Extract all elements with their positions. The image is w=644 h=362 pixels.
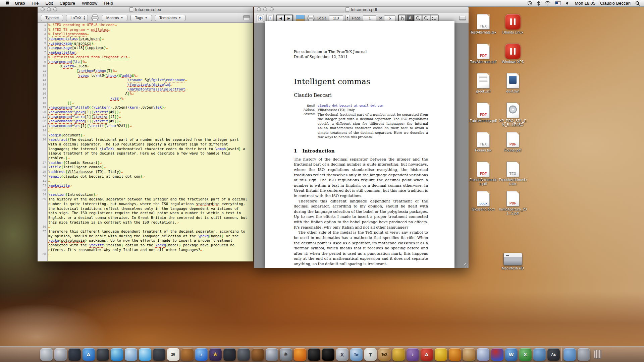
desktop-icon-ubuntu-linux[interactable]: Ubuntu Linux [498,13,527,35]
page-input[interactable] [363,15,376,21]
dock-icon-texworks[interactable]: Tw [350,348,363,361]
print-icon[interactable] [91,14,99,21]
dock-icon-x11[interactable]: X [336,348,348,361]
desktop-icon-xp-pro-sp1-en-b-le-iso[interactable]: XP_PRO_SP1_EN_B...LE.ISO [498,101,527,127]
console-icon[interactable] [243,15,250,20]
dock-icon-excel[interactable]: X [519,348,532,361]
dock-icon-equalizer[interactable] [491,348,503,361]
line-number [38,248,47,252]
us-keyboard-flag-icon[interactable] [555,1,561,5]
dock-icon-mail[interactable] [125,348,137,361]
menu-item-grab[interactable]: Grab [11,0,28,6]
dock-icon-documents-folder[interactable] [564,348,576,361]
dock-icon-musescore[interactable]: ♪ [407,348,419,361]
wifi-icon[interactable] [545,1,550,5]
dock-icon-latexit[interactable] [477,348,489,361]
total-pages-input[interactable] [384,15,395,21]
dock-icon-java[interactable] [533,348,546,361]
text-select-tool-button[interactable]: A [406,15,414,21]
dock-icon-iterm[interactable] [322,348,334,361]
dock-icon-motion[interactable] [237,348,250,361]
dock-icon-time-machine[interactable] [266,348,278,361]
dock-icon-imovie[interactable]: ★ [209,348,222,361]
templates-popup[interactable]: Templates▼ [155,15,185,21]
pdf-titlebar[interactable]: Intcomma.pdf [254,6,469,13]
desktop-icon-eu-it-swf[interactable]: eu-it.swf [498,72,527,94]
dock-icon-marble[interactable] [435,348,447,361]
back-button[interactable]: ◀ [276,15,285,21]
dock-icon-texshop[interactable]: TeX [378,348,391,361]
dock-icon-photo-booth[interactable] [153,348,165,361]
desktop-icon-windows-xp3[interactable]: Windows XP3 [498,42,527,64]
desktop-icon-fourier-tex[interactable]: TEXFourier.tex [469,131,498,153]
print-icon[interactable] [307,15,315,21]
desktop-icon-frencharchimedes-pdf[interactable]: PDFFrenchArchimedes.pdf [469,160,498,186]
time-machine-icon[interactable] [527,1,532,6]
resize-grip[interactable] [464,263,468,267]
hand-tool-button[interactable] [398,15,406,21]
editor-titlebar[interactable]: Intcomma.tex [38,6,253,13]
desktop-icon-testalternate-pdf[interactable]: PDFTestAlternate.pdf [469,42,498,64]
dock-icon-dvd-player[interactable] [97,348,109,361]
volume-icon[interactable] [566,1,570,5]
dock-icon-bibdesk[interactable] [449,348,461,361]
dock-icon-dashboard[interactable] [68,348,81,361]
desktop-icon-testalternate-tex[interactable]: TEXTestAlternate.tex [469,13,498,35]
source-code-editor[interactable]: 1% !TEX encoding = UTF-8 Unicode↵2% !TEX… [38,23,253,261]
dock-icon-dictionary[interactable]: Aa [547,348,560,361]
macros-popup[interactable]: Macros▼ [102,15,128,21]
scale-input[interactable] [329,15,343,21]
select-rectangle-tool-button[interactable] [430,15,438,21]
menu-item-window[interactable]: Window [78,0,101,6]
typeset-button[interactable]: Typeset [41,15,63,21]
dock-icon-itunes[interactable]: ♪ [195,348,208,361]
forward-button[interactable]: ▶ [285,15,293,21]
dock-icon-address-book[interactable] [181,348,194,361]
dock-icon-word[interactable]: W [505,348,518,361]
desktop-icon-invitoapertura-201-2-pdf[interactable]: PDFInvitoApertura_201...2.pdf [498,190,527,216]
menu-user-name[interactable]: Claudio Beccari [600,1,631,6]
spotlight-icon[interactable] [635,1,640,6]
zoom-out-tool-button[interactable] [422,15,430,21]
menu-clock[interactable]: Mon 18:05 [575,1,595,6]
desktop-icon-frencharchimedes-tex[interactable]: TEXFrenchArchimedes.tex [498,160,527,186]
format-popup[interactable]: LaTeX ▲▼ [66,15,88,21]
dock-icon-tex-lion[interactable] [463,348,475,361]
menu-item-capture[interactable]: Capture [56,0,78,6]
dock-icon-texniccenter[interactable]: T [364,348,377,361]
dock-icon-system-preferences[interactable]: ✷ [280,348,292,361]
dock-icon-glyph: ✷ [284,351,288,357]
dock-icon-seal[interactable] [392,348,405,361]
desktop-icon-label: TestAlternate.tex [469,31,498,35]
dock-icon-grab[interactable] [40,348,53,361]
background-picture-button[interactable] [296,15,305,21]
dock-icon-ichat[interactable] [139,348,151,361]
menu-item-help[interactable]: Help [101,0,116,6]
dock-icon-garageband[interactable] [252,348,264,361]
dock-icon-iphoto[interactable] [223,348,236,361]
dock-icon-terminal[interactable] [308,348,320,361]
drawer-icon[interactable] [459,16,466,20]
desktop-icon-greek-ucf[interactable]: greek.ucf [469,72,498,94]
dock-icon-app-store[interactable]: A [83,348,95,361]
dock-icon-trash[interactable] [592,348,604,361]
dock-icon-firefox[interactable] [294,348,306,361]
dock-icon-downloads-folder[interactable] [578,348,590,361]
tags-popup[interactable]: Tags▼ [130,15,152,21]
code-line: problem.}↵ [38,156,253,161]
dock-icon-ical[interactable]: 26 [167,348,179,361]
apple-menu-icon[interactable] [3,0,11,6]
desktop-icon-glossario-docx[interactable]: DOCXGlossario.docx [469,190,498,212]
zoom-in-tool-button[interactable] [414,15,422,21]
menu-item-edit[interactable]: Edit [42,0,56,6]
desktop-icon-fabiomemory-pdf[interactable]: PDFFabioMemory.pdf [469,101,498,123]
desktop-icon-fourier-pdf[interactable]: PDFFourier.pdf [498,131,527,153]
previous-page-button[interactable] [257,14,264,22]
bluetooth-icon[interactable] [537,1,540,6]
dock-icon-adobe-reader[interactable]: A [421,348,433,361]
menu-item-file[interactable]: File [28,0,42,6]
scale-stepper[interactable]: ▲▼ [345,15,350,21]
desktop-icon-macintosh-hd[interactable]: Macintosh HD [498,249,527,270]
dock-icon-safari[interactable] [111,348,123,361]
dock-icon-installer[interactable] [54,348,67,361]
